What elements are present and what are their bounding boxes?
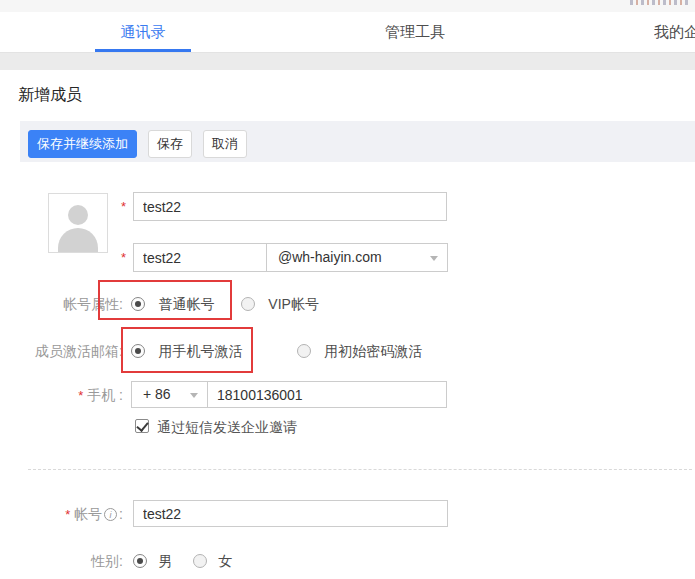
avatar-person-icon [68,205,88,225]
avatar-person-icon-body [58,228,98,252]
tab-my-company[interactable]: 我的企 [654,12,695,52]
radio-gender-male-label[interactable]: 男 [158,553,172,569]
section-divider [28,469,692,470]
required-mark: * [78,388,83,403]
cancel-button[interactable]: 取消 [203,130,247,158]
page-title: 新增成员 [18,85,82,106]
gender-options: 男 女 [133,552,232,571]
radio-gender-male[interactable] [133,554,147,568]
save-and-continue-button[interactable]: 保存并继续添加 [28,130,137,158]
account-input[interactable] [133,500,448,527]
tab-admin-tools-label: 管理工具 [385,23,445,40]
country-code-select[interactable]: + 86 [131,381,208,408]
account-type-options: 普通帐号 VIP帐号 [131,295,319,314]
clipped-header-text [630,0,688,5]
gender-label: 性别: [0,553,123,571]
main-nav: 通讯录 管理工具 我的企 [0,12,695,53]
mobile-label: * 手机 : [0,387,123,405]
sms-invite-label[interactable]: 通过短信发送企业邀请 [157,419,297,437]
avatar-placeholder[interactable] [48,193,108,253]
action-toolbar: 保存并继续添加 保存 取消 [20,121,695,162]
tab-contacts[interactable]: 通讯录 [95,12,191,52]
add-member-page: 通讯录 管理工具 我的企 新增成员 保存并继续添加 保存 取消 * * @wh-… [0,0,695,579]
sms-invite-checkbox[interactable] [135,419,149,433]
chevron-down-icon [430,256,438,261]
account-label-text: 帐号 [74,506,102,522]
activation-options: 用手机号激活 用初始密码激活 [131,342,422,361]
country-code-value: + 86 [143,386,171,402]
required-mark: * [121,199,126,214]
required-mark: * [65,507,70,522]
radio-activate-by-password-label[interactable]: 用初始密码激活 [324,343,422,359]
radio-activate-by-mobile-label[interactable]: 用手机号激活 [158,343,242,359]
radio-vip-account-label[interactable]: VIP帐号 [268,296,319,312]
required-mark: * [121,250,126,265]
email-account-input[interactable] [133,243,267,272]
tab-contacts-label: 通讯录 [121,23,166,40]
active-tab-underline [95,49,191,52]
name-input[interactable] [133,192,447,221]
mobile-label-text: 手机 : [87,387,123,403]
account-label-colon: : [119,506,123,522]
account-type-option-normal: 普通帐号 [131,295,214,314]
radio-gender-female-label[interactable]: 女 [218,553,232,569]
mobile-number-input[interactable] [207,381,447,408]
activation-label: 成员激活邮箱: [0,343,123,361]
radio-gender-female[interactable] [193,554,207,568]
gender-option-female: 女 [193,552,232,571]
radio-vip-account[interactable] [241,297,255,311]
activation-option-mobile: 用手机号激活 [131,342,242,361]
tab-my-company-label: 我的企 [654,23,695,40]
gender-option-male: 男 [133,552,172,571]
email-domain-value: @wh-haiyin.com [278,249,382,265]
radio-activate-by-mobile[interactable] [131,344,145,358]
chevron-down-icon [190,393,198,398]
radio-activate-by-password[interactable] [297,344,311,358]
email-domain-select[interactable]: @wh-haiyin.com [266,243,448,272]
activation-option-password: 用初始密码激活 [297,342,422,361]
tab-admin-tools[interactable]: 管理工具 [367,12,463,52]
account-type-label: 帐号属性: [0,296,123,314]
radio-normal-account[interactable] [131,297,145,311]
info-icon[interactable] [104,508,117,521]
nav-sub-band [0,53,695,70]
save-button[interactable]: 保存 [148,130,192,158]
radio-normal-account-label[interactable]: 普通帐号 [158,296,214,312]
top-strip [0,0,695,12]
account-label: * 帐号: [0,506,123,524]
account-type-option-vip: VIP帐号 [241,295,319,314]
